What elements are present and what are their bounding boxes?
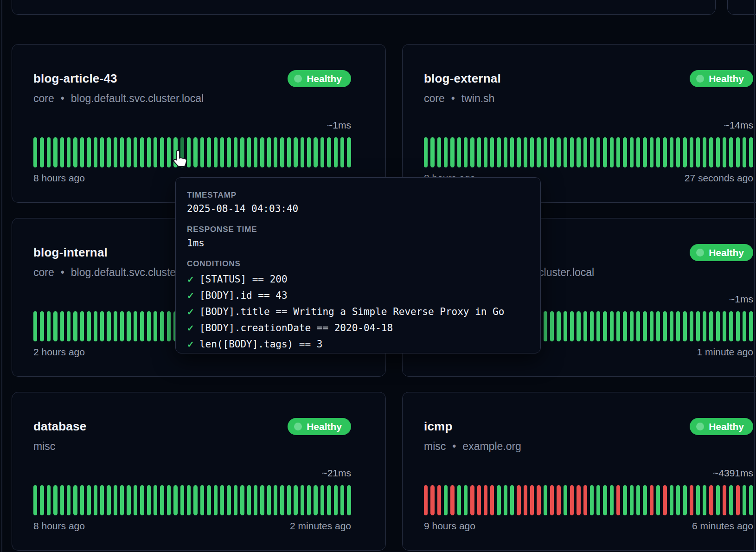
uptime-bar[interactable] <box>80 311 84 341</box>
uptime-bar[interactable] <box>743 137 746 167</box>
uptime-bar[interactable] <box>610 137 614 167</box>
uptime-bar[interactable] <box>274 485 277 515</box>
uptime-bar[interactable] <box>87 485 90 515</box>
uptime-bar[interactable] <box>490 485 494 515</box>
uptime-bar[interactable] <box>524 137 527 167</box>
uptime-bar[interactable] <box>301 485 304 515</box>
uptime-bar[interactable] <box>314 485 317 515</box>
uptime-bar[interactable] <box>630 485 634 515</box>
uptime-bar[interactable] <box>154 137 157 167</box>
uptime-bar[interactable] <box>94 485 97 515</box>
uptime-bar[interactable] <box>716 137 720 167</box>
uptime-bar[interactable] <box>154 311 157 341</box>
uptime-bar[interactable] <box>603 311 607 341</box>
uptime-bar[interactable] <box>247 137 251 167</box>
uptime-bar[interactable] <box>267 485 271 515</box>
uptime-bar[interactable] <box>603 485 607 515</box>
uptime-bar[interactable] <box>524 485 527 515</box>
uptime-bar[interactable] <box>120 137 124 167</box>
uptime-bar[interactable] <box>577 137 580 167</box>
uptime-bar[interactable] <box>327 137 331 167</box>
uptime-bar[interactable] <box>33 311 37 341</box>
uptime-bar[interactable] <box>173 137 177 167</box>
uptime-bar[interactable] <box>73 137 77 167</box>
uptime-bar[interactable] <box>709 485 713 515</box>
uptime-bar[interactable] <box>430 137 434 167</box>
uptime-bar[interactable] <box>464 137 468 167</box>
uptime-bar[interactable] <box>729 137 733 167</box>
uptime-bar[interactable] <box>450 137 454 167</box>
uptime-bar[interactable] <box>583 137 587 167</box>
uptime-bar[interactable] <box>723 137 726 167</box>
uptime-bar[interactable] <box>67 311 70 341</box>
uptime-bar[interactable] <box>517 485 520 515</box>
uptime-bar[interactable] <box>683 485 686 515</box>
uptime-bar[interactable] <box>287 485 291 515</box>
uptime-bar[interactable] <box>60 485 64 515</box>
uptime-bar[interactable] <box>100 311 104 341</box>
uptime-bar[interactable] <box>294 137 297 167</box>
uptime-bar[interactable] <box>73 311 77 341</box>
uptime-bar[interactable] <box>504 485 507 515</box>
uptime-bar[interactable] <box>643 137 647 167</box>
uptime-bar[interactable] <box>140 311 144 341</box>
uptime-bar[interactable] <box>424 485 428 515</box>
uptime-bar[interactable] <box>510 485 514 515</box>
uptime-bar[interactable] <box>557 137 560 167</box>
uptime-bar[interactable] <box>557 485 560 515</box>
uptime-bar[interactable] <box>320 485 324 515</box>
uptime-bar[interactable] <box>570 137 574 167</box>
uptime-bar[interactable] <box>683 137 686 167</box>
uptime-bar[interactable] <box>40 311 44 341</box>
uptime-bar[interactable] <box>437 485 441 515</box>
uptime-bar[interactable] <box>347 137 351 167</box>
uptime-bar[interactable] <box>504 137 507 167</box>
uptime-bar[interactable] <box>100 485 104 515</box>
uptime-bar[interactable] <box>603 137 607 167</box>
uptime-bar[interactable] <box>477 137 481 167</box>
uptime-bar[interactable] <box>729 485 733 515</box>
uptime-bar[interactable] <box>577 485 580 515</box>
uptime-bar[interactable] <box>736 137 740 167</box>
uptime-bar[interactable] <box>550 137 554 167</box>
uptime-bar[interactable] <box>301 137 304 167</box>
uptime-bar[interactable] <box>564 137 567 167</box>
uptime-bar[interactable] <box>120 311 124 341</box>
uptime-bar[interactable] <box>53 485 57 515</box>
uptime-bar[interactable] <box>60 311 64 341</box>
uptime-bar[interactable] <box>716 485 720 515</box>
uptime-bar[interactable] <box>437 137 441 167</box>
uptime-bar[interactable] <box>696 485 700 515</box>
uptime-bar[interactable] <box>444 137 448 167</box>
uptime-bar[interactable] <box>140 485 144 515</box>
uptime-bar[interactable] <box>160 137 164 167</box>
uptime-bar[interactable] <box>53 137 57 167</box>
uptime-bar[interactable] <box>749 485 753 515</box>
uptime-bar[interactable] <box>147 311 151 341</box>
uptime-bar[interactable] <box>60 137 64 167</box>
uptime-bar[interactable] <box>650 311 653 341</box>
uptime-bar[interactable] <box>736 311 740 341</box>
uptime-bar[interactable] <box>749 137 753 167</box>
uptime-bar[interactable] <box>40 485 44 515</box>
uptime-bar[interactable] <box>537 137 540 167</box>
uptime-bar[interactable] <box>610 485 614 515</box>
uptime-bar[interactable] <box>623 137 627 167</box>
uptime-bar[interactable] <box>280 137 284 167</box>
uptime-bar[interactable] <box>147 137 151 167</box>
uptime-bar[interactable] <box>160 311 164 341</box>
uptime-bar[interactable] <box>736 485 740 515</box>
uptime-bar[interactable] <box>743 485 746 515</box>
uptime-bar[interactable] <box>670 485 673 515</box>
uptime-bar[interactable] <box>240 485 244 515</box>
uptime-bar[interactable] <box>134 311 137 341</box>
uptime-bar[interactable] <box>260 137 264 167</box>
uptime-bar[interactable] <box>100 137 104 167</box>
uptime-bar[interactable] <box>656 137 660 167</box>
uptime-bar[interactable] <box>537 485 540 515</box>
uptime-bar[interactable] <box>749 311 753 341</box>
endpoint-card-database[interactable]: database Healthy misc ~21ms 8 hours ago … <box>12 392 386 551</box>
uptime-bar[interactable] <box>716 311 720 341</box>
uptime-bar[interactable] <box>234 137 237 167</box>
uptime-bar[interactable] <box>444 485 448 515</box>
